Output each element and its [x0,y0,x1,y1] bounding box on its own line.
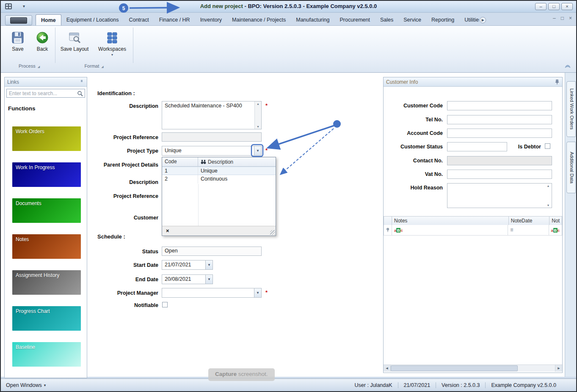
tab-linked-work-orders[interactable]: Linked Work Orders [566,81,576,137]
end-date-dropdown-button[interactable]: ▼ [205,275,213,284]
maximize-button[interactable]: □ [548,3,560,10]
tab-scroll-right-icon[interactable]: ▶ [480,17,486,23]
vat-no-label: Vat No. [425,171,443,177]
tile-notes[interactable]: Notes [12,234,81,259]
workspaces-dropdown-icon[interactable]: ▾ [111,53,113,57]
pin-icon[interactable] [555,79,560,85]
tab-service[interactable]: Service [398,14,426,25]
scroll-up-icon[interactable]: ▲ [255,102,261,105]
notes-grid-hscrollbar[interactable]: ◀ ▶ [384,365,562,372]
chevron-down-icon: ▼ [207,263,211,267]
dropdown-row-unique[interactable]: 1 Unique [162,167,276,175]
tile-documents[interactable]: Documents [12,198,81,223]
description-field[interactable]: Scheduled Maintenance - SP400 ▲ ▼ [162,101,262,129]
application-button[interactable] [5,15,32,25]
hscroll-thumb[interactable] [391,365,518,371]
customer-status-field[interactable] [447,142,507,151]
save-label: Save [12,46,23,52]
end-date-picker[interactable]: 20/08/2021 ▼ [162,274,213,284]
tab-utilities[interactable]: Utilitie [459,14,480,25]
minimize-button[interactable]: – [535,3,547,10]
scroll-right-icon[interactable]: ▶ [555,365,562,372]
grid-col-not[interactable]: Not [549,216,562,225]
filter-notedate-cell[interactable]: = [508,225,549,236]
dropdown-row-continuous[interactable]: 2 Continuous [162,175,276,184]
scroll-down-icon[interactable]: ▼ [255,125,261,128]
start-date-picker[interactable]: 21/07/2021 ▼ [162,260,213,270]
save-button[interactable]: Save [6,28,30,52]
tab-home[interactable]: Home [36,14,61,25]
project-reference-field[interactable] [162,132,262,142]
tile-work-orders[interactable]: Work Orders [12,126,81,151]
scroll-left-icon[interactable]: ◀ [384,365,391,372]
tel-no-field[interactable] [447,115,552,124]
hold-reason-scrollbar[interactable]: ▲ ▼ [545,184,552,208]
dropdown-col-description[interactable]: Description [198,157,276,166]
project-manager-dropdown-button[interactable]: ▼ [254,288,261,297]
notifiable-checkbox[interactable] [162,302,168,307]
format-dialog-launcher-icon[interactable]: ◢ [101,65,103,68]
tab-procurement[interactable]: Procurement [334,14,375,25]
notes-grid-filter-row: aBc = aBc [384,225,562,236]
tab-finance-hr[interactable]: Finance / HR [154,14,195,25]
scroll-down-icon[interactable]: ▼ [545,204,552,207]
tab-maintenance-projects[interactable]: Maintenance / Projects [227,14,291,25]
description-value: Scheduled Maintenance - SP400 [162,101,254,129]
grid-col-notedate[interactable]: NoteDate [509,216,550,225]
account-code-field[interactable] [447,129,552,138]
dropdown-resize-grip[interactable] [270,230,275,235]
description-scrollbar[interactable]: ▲ ▼ [254,101,261,129]
tab-reporting[interactable]: Reporting [426,14,459,25]
open-windows-button[interactable]: Open Windows ▾ [6,382,46,388]
project-manager-combo[interactable]: ▼ [162,288,262,298]
dropdown-col-code[interactable]: Code [162,157,198,166]
tab-equipment-locations[interactable]: Equipment / Locations [61,14,124,25]
tile-work-in-progress[interactable]: Work In Progress [12,162,81,187]
tab-manufacturing[interactable]: Manufacturing [291,14,334,25]
customer-code-field[interactable] [447,101,552,110]
row-description: Continuous [198,175,276,184]
is-debtor-checkbox[interactable] [545,143,550,149]
tab-sales[interactable]: Sales [375,14,398,25]
ribbon-restore-icon[interactable]: □ [561,15,564,21]
workspaces-button[interactable]: Workspaces ▾ [97,28,127,57]
start-date-label: Start Date [90,262,158,268]
save-layout-icon [68,31,81,44]
hold-reason-field[interactable]: ▲ ▼ [447,183,552,208]
search-icon[interactable] [77,90,83,96]
dropdown-header-row: Code Description [162,157,276,167]
project-type-combo[interactable]: Unique ▼ [162,146,262,156]
close-button[interactable]: × [561,3,573,10]
start-date-value: 21/07/2021 [162,260,205,269]
filter-not-cell[interactable]: aBc [549,225,562,236]
status-field[interactable]: Open [162,247,262,256]
tab-contract[interactable]: Contract [124,14,154,25]
tab-additional-data[interactable]: Additional Data [566,142,576,193]
tile-assignment-history[interactable]: Assignment History [12,270,81,295]
back-button[interactable]: Back [30,28,54,52]
scroll-up-icon[interactable]: ▲ [545,184,552,187]
process-dialog-launcher-icon[interactable]: ◢ [38,65,40,68]
vat-no-field[interactable] [447,170,552,179]
save-layout-button[interactable]: Save Layout [60,28,89,52]
ribbon-close-icon[interactable]: × [569,15,572,21]
customer-info-panel: Customer Info Customer Code Tel No. Acco… [383,77,563,373]
tab-inventory[interactable]: Inventory [195,14,227,25]
filter-notes-cell[interactable]: aBc [392,225,508,236]
project-type-dropdown-button[interactable]: ▼ [254,146,261,155]
identification-section-heading: Identification : [97,90,135,96]
hscroll-track[interactable] [518,365,555,372]
project-manager-value [162,288,254,297]
pin-icon[interactable] [79,79,84,85]
tile-baseline[interactable]: Baseline [12,342,81,367]
contact-no-field[interactable] [447,156,552,165]
dropdown-close-icon[interactable]: × [166,228,169,234]
tile-progress-chart[interactable]: Progress Chart [12,306,81,331]
grid-col-notes[interactable]: Notes [392,216,509,225]
start-date-dropdown-button[interactable]: ▼ [205,260,213,269]
links-panel: Links Functions Work Orders Work In Prog… [4,77,87,378]
ribbon-collapse-icon[interactable] [564,64,571,69]
search-input[interactable] [7,90,77,96]
back-label: Back [37,46,48,52]
ribbon-minimize-icon[interactable]: – [553,15,556,21]
